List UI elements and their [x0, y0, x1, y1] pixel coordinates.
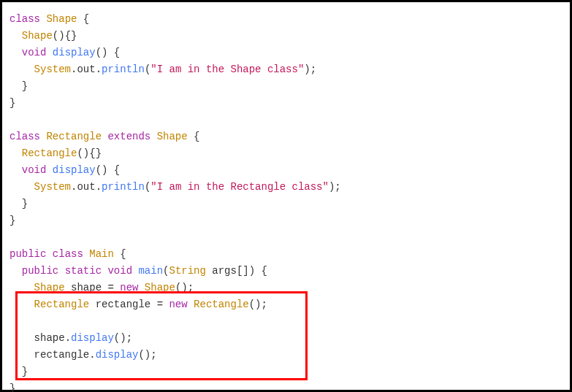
- method-main: main: [132, 265, 163, 277]
- code-line: public class Main {: [9, 246, 563, 263]
- string-literal: "I am in the Rectangle class": [150, 181, 329, 193]
- code-line: Shape(){}: [9, 28, 563, 45]
- code-line: Rectangle rectangle = new Rectangle();: [9, 296, 563, 313]
- code-line: class Shape {: [9, 11, 563, 28]
- string-literal: "I am in the Shape class": [150, 64, 304, 75]
- class-name: Rectangle: [46, 131, 102, 142]
- blank-line: [9, 112, 563, 128]
- blank-line: [9, 313, 563, 330]
- code-line: void display() {: [9, 45, 563, 61]
- code-line: Rectangle(){}: [9, 145, 563, 162]
- code-line: void display() {: [9, 162, 563, 179]
- method-name: display: [46, 47, 95, 58]
- code-line: }: [9, 196, 563, 212]
- keyword-void: void: [22, 164, 47, 176]
- code-block: class Shape { Shape(){} void display() {…: [0, 0, 572, 392]
- code-line: shape.display();: [9, 330, 563, 347]
- keyword-void: void: [22, 47, 47, 58]
- code-line: System.out.println("I am in the Shape cl…: [9, 61, 563, 78]
- code-line: }: [9, 95, 563, 112]
- keyword-new: new: [120, 282, 138, 293]
- keyword-class: class: [46, 248, 83, 260]
- code-line: Shape shape = new Shape();: [9, 280, 563, 296]
- constructor: Shape: [22, 30, 53, 42]
- constructor: Rectangle: [22, 147, 77, 159]
- method-name: display: [46, 164, 95, 176]
- keyword-public: public: [9, 248, 46, 260]
- code-line: System.out.println("I am in the Rectangl…: [9, 179, 563, 196]
- code-line: class Rectangle extends Shape {: [9, 128, 563, 145]
- keyword-void: void: [102, 265, 132, 277]
- code-line: }: [9, 78, 563, 95]
- class-name: Shape: [46, 13, 77, 25]
- keyword-new: new: [169, 299, 187, 310]
- keyword-public: public: [22, 265, 58, 277]
- blank-line: [9, 229, 563, 246]
- code-line: rectangle.display();: [9, 347, 563, 364]
- keyword-class: class: [9, 13, 40, 25]
- keyword-static: static: [58, 265, 102, 277]
- code-line: }: [9, 364, 563, 380]
- class-name: Main: [83, 248, 114, 260]
- code-line: }: [9, 380, 563, 392]
- keyword-class: class: [9, 131, 40, 142]
- keyword-extends: extends: [102, 131, 150, 142]
- code-line: public static void main(String args[]) {: [9, 263, 563, 280]
- code-line: }: [9, 212, 563, 229]
